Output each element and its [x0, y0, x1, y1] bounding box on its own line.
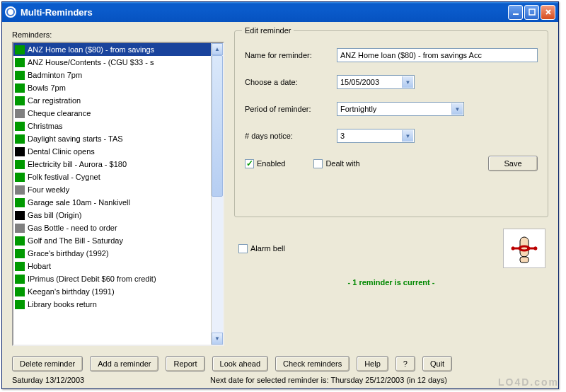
list-item-label: Folk festival - Cygnet [28, 173, 100, 181]
dealtwith-label: Dealt with [325, 159, 359, 168]
report-button[interactable]: Report [166, 356, 204, 371]
status-square-icon [15, 58, 25, 67]
list-item[interactable]: Daylight saving starts - TAS [13, 132, 211, 145]
status-square-icon [15, 45, 25, 54]
list-item-label: Garage sale 10am - Nankivell [28, 198, 130, 207]
chevron-down-icon[interactable]: ▼ [451, 103, 463, 115]
delete-reminder-button[interactable]: Delete reminder [12, 356, 83, 371]
list-item-label: IPrimus (Direct Debit $60 from credit) [28, 275, 156, 283]
status-square-icon [15, 71, 25, 80]
list-item[interactable]: Four weekly [13, 183, 211, 196]
list-item-label: Badminton 7pm [28, 71, 82, 79]
quit-button[interactable]: Quit [422, 356, 452, 371]
list-item[interactable]: Gas bill (Origin) [13, 209, 211, 221]
list-item[interactable]: Library books return [13, 298, 211, 311]
status-square-icon [15, 173, 25, 182]
reminders-label: Reminders: [12, 30, 224, 39]
status-square-icon [15, 160, 25, 169]
chevron-down-icon[interactable]: ▼ [402, 76, 413, 88]
status-date: Saturday 13/12/2003 [12, 376, 210, 384]
chevron-down-icon[interactable]: ▼ [402, 130, 413, 142]
list-item-label: Grace's birthday (1992) [28, 249, 109, 258]
button-bar: Delete reminder Add a reminder Report Lo… [12, 352, 548, 373]
date-value: 15/05/2003 [340, 78, 379, 86]
list-item[interactable]: Keegan's birthday (1991) [13, 285, 211, 298]
list-item-label: Golf and The Bill - Saturday [28, 236, 123, 245]
status-square-icon [15, 109, 25, 118]
checkbox-icon [245, 159, 254, 168]
reminders-listbox[interactable]: ANZ Home loan ($80) - from savingsANZ Ho… [12, 42, 224, 346]
list-item[interactable]: Folk festival - Cygnet [13, 171, 211, 183]
help-button[interactable]: Help [357, 356, 388, 371]
date-combobox[interactable]: 15/05/2003 ▼ [337, 75, 415, 89]
list-item-label: Hobart [28, 262, 51, 270]
lookahead-button[interactable]: Look ahead [212, 356, 269, 371]
list-item[interactable]: IPrimus (Direct Debit $60 from credit) [13, 272, 211, 285]
list-item-label: Gas bill (Origin) [28, 211, 81, 219]
minimize-button[interactable] [508, 5, 523, 20]
status-square-icon [15, 198, 25, 207]
dealtwith-checkbox[interactable]: Dealt with [313, 159, 359, 168]
list-item-label: Four weekly [28, 185, 69, 194]
edit-reminder-group: Edit reminder Name for reminder: Choose … [234, 30, 548, 217]
period-combobox[interactable]: Fortnightly ▼ [337, 102, 464, 116]
scroll-down-button[interactable]: ▼ [212, 333, 223, 345]
period-label: Period of reminder: [245, 105, 337, 113]
name-label: Name for reminder: [245, 51, 337, 59]
status-bar: Saturday 13/12/2003 Next date for select… [12, 376, 548, 384]
list-item[interactable]: Golf and The Bill - Saturday [13, 234, 211, 247]
scroll-up-button[interactable]: ▲ [212, 43, 223, 55]
name-input[interactable] [337, 48, 538, 62]
status-square-icon [15, 185, 25, 195]
list-item[interactable]: Gas Bottle - need to order [13, 221, 211, 234]
window-title: Multi-Reminders [21, 7, 508, 18]
list-item[interactable]: Hobart [13, 260, 211, 272]
list-item[interactable]: Garage sale 10am - Nankivell [13, 196, 211, 209]
client-area: Reminders: ANZ Home loan ($80) - from sa… [2, 22, 558, 388]
list-item[interactable]: Grace's birthday (1992) [13, 247, 211, 260]
save-button[interactable]: Save [488, 156, 538, 171]
add-reminder-button[interactable]: Add a reminder [90, 356, 158, 371]
alarmbell-checkbox[interactable]: Alarm bell [238, 244, 285, 253]
app-icon [5, 6, 16, 18]
list-item[interactable]: Bowls 7pm [13, 81, 211, 94]
enabled-checkbox[interactable]: Enabled [245, 159, 285, 168]
svg-rect-0 [513, 13, 519, 15]
enabled-label: Enabled [257, 159, 285, 168]
about-button[interactable]: ? [395, 356, 415, 371]
svg-rect-1 [529, 9, 535, 15]
maximize-button[interactable] [524, 5, 539, 20]
status-square-icon [15, 262, 25, 271]
status-square-icon [15, 300, 25, 309]
status-square-icon [15, 249, 25, 258]
notice-value: 3 [340, 132, 345, 140]
list-item[interactable]: ANZ House/Contents - (CGU $33 - s [13, 56, 211, 69]
list-item-label: Library books return [28, 300, 97, 309]
close-button[interactable] [541, 5, 555, 20]
status-square-icon [15, 96, 25, 105]
list-item[interactable]: Cheque clearance [13, 107, 211, 120]
status-square-icon [15, 236, 25, 246]
date-label: Choose a date: [245, 78, 337, 86]
status-square-icon [15, 287, 25, 296]
status-square-icon [15, 224, 25, 233]
list-item[interactable]: Christmas [13, 120, 211, 132]
scroll-thumb[interactable] [212, 55, 223, 197]
scrollbar[interactable]: ▲ ▼ [211, 43, 223, 345]
notice-label: # days notice: [245, 132, 337, 140]
titlebar: Multi-Reminders [2, 2, 558, 22]
list-item[interactable]: ANZ Home loan ($80) - from savings [13, 43, 211, 56]
svg-rect-4 [520, 257, 529, 263]
check-reminders-button[interactable]: Check reminders [275, 356, 350, 371]
list-item[interactable]: Car registration [13, 94, 211, 107]
list-item-label: Daylight saving starts - TAS [28, 134, 123, 143]
list-item-label: Electricity bill - Aurora - $180 [28, 160, 127, 168]
watermark: LO4D.com [498, 376, 559, 388]
period-value: Fortnightly [340, 105, 376, 113]
list-item[interactable]: Electricity bill - Aurora - $180 [13, 158, 211, 171]
notice-combobox[interactable]: 3 ▼ [337, 129, 415, 143]
list-item[interactable]: Dental Clinic opens [13, 145, 211, 158]
status-message: - 1 reminder is current - [234, 278, 548, 287]
scroll-track[interactable] [212, 55, 223, 333]
list-item[interactable]: Badminton 7pm [13, 69, 211, 81]
